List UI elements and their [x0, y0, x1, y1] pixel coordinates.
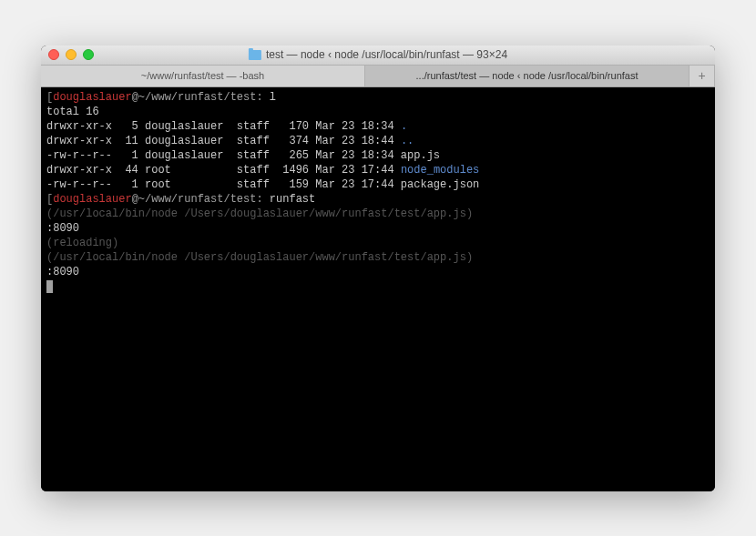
ls-row: -rw-r--r-- 1 douglaslauer staff 265 Mar … — [46, 148, 710, 163]
window-title: test — node ‹ node /usr/local/bin/runfas… — [249, 48, 507, 61]
prompt-line: [douglaslauer@~/www/runfast/test: l — [46, 90, 710, 105]
ls-total: total 16 — [46, 105, 710, 119]
prompt-user: douglaslauer — [53, 193, 131, 206]
dir-name: .. — [401, 135, 414, 147]
ls-row: drwxr-xr-x 5 douglaslauer staff 170 Mar … — [46, 119, 710, 134]
traffic-lights — [48, 49, 94, 60]
output-line: :8090 — [46, 221, 710, 236]
dir-name: node_modules — [401, 164, 479, 177]
cursor-icon — [46, 280, 53, 293]
new-tab-button[interactable]: + — [690, 66, 715, 86]
terminal-content[interactable]: [douglaslauer@~/www/runfast/test: l tota… — [41, 87, 715, 491]
terminal-window: test — node ‹ node /usr/local/bin/runfas… — [41, 46, 715, 491]
prompt-path: @~/www/runfast/test: — [132, 91, 270, 104]
close-button[interactable] — [48, 49, 59, 60]
folder-icon — [249, 50, 261, 60]
command-text: runfast — [270, 193, 315, 206]
tab-node-runfast[interactable]: .../runfast/test — node ‹ node /usr/loca… — [365, 66, 690, 86]
prompt-line: [douglaslauer@~/www/runfast/test: runfas… — [46, 192, 710, 207]
titlebar: test — node ‹ node /usr/local/bin/runfas… — [41, 46, 715, 66]
ls-row: drwxr-xr-x 11 douglaslauer staff 374 Mar… — [46, 134, 710, 148]
minimize-button[interactable] — [66, 49, 77, 60]
output-line: (reloading) — [46, 236, 710, 250]
dir-name: . — [401, 120, 407, 133]
cursor-line — [46, 279, 710, 294]
tab-bar: ~/www/runfast/test — -bash .../runfast/t… — [41, 66, 715, 87]
maximize-button[interactable] — [83, 49, 94, 60]
tab-bash[interactable]: ~/www/runfast/test — -bash — [41, 66, 365, 86]
output-line: (/usr/local/bin/node /Users/douglaslauer… — [46, 250, 710, 265]
output-line: :8090 — [46, 265, 710, 279]
output-line: (/usr/local/bin/node /Users/douglaslauer… — [46, 207, 710, 221]
ls-row: drwxr-xr-x 44 root staff 1496 Mar 23 17:… — [46, 163, 710, 177]
window-title-text: test — node ‹ node /usr/local/bin/runfas… — [266, 48, 507, 61]
command-text: l — [270, 91, 276, 104]
prompt-path: @~/www/runfast/test: — [132, 193, 270, 206]
ls-row: -rw-r--r-- 1 root staff 159 Mar 23 17:44… — [46, 177, 710, 192]
prompt-user: douglaslauer — [53, 91, 131, 104]
